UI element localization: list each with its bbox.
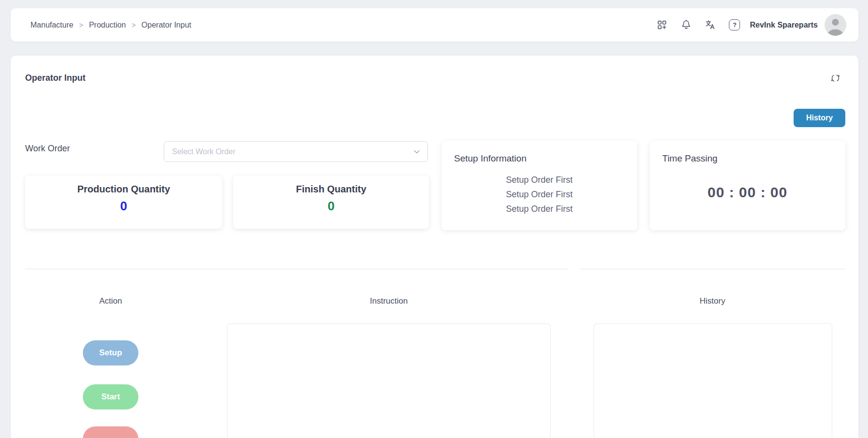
section-divider: [25, 269, 568, 269]
setup-information-card: Setup Information Setup Order First Setu…: [441, 141, 637, 230]
setup-button[interactable]: Setup: [83, 340, 139, 365]
setup-information-line: Setup Order First: [454, 187, 625, 202]
work-order-placeholder: Select Work Order: [172, 147, 414, 156]
notification-bell-icon[interactable]: [681, 19, 692, 30]
start-button[interactable]: Start: [83, 384, 139, 409]
apps-add-icon[interactable]: [656, 19, 668, 30]
breadcrumb-item-operator-input: Operator Input: [142, 21, 191, 29]
time-passing-card: Time Passing 00 : 00 : 00: [650, 141, 845, 230]
chevron-down-icon: [414, 150, 420, 154]
instruction-column-heading: Instruction: [370, 296, 408, 306]
refresh-icon[interactable]: [830, 73, 841, 84]
breadcrumb-separator-icon: >: [79, 21, 83, 29]
avatar[interactable]: [825, 14, 846, 36]
stop-button[interactable]: [83, 426, 139, 438]
breadcrumb: Manufacture > Production > Operator Inpu…: [30, 21, 191, 29]
header-actions: ? RevInk Spareparts: [643, 14, 846, 36]
setup-information-line: Setup Order First: [454, 202, 625, 216]
time-passing-value: 00 : 00 : 00: [662, 184, 833, 201]
work-order-select[interactable]: Select Work Order: [164, 141, 428, 162]
work-order-label: Work Order: [25, 144, 70, 154]
instruction-panel: [227, 323, 551, 438]
history-column-heading: History: [700, 296, 726, 306]
account-name[interactable]: RevInk Spareparts: [750, 21, 818, 29]
production-quantity-value: 0: [120, 199, 127, 214]
finish-quantity-title: Finish Quantity: [296, 184, 367, 195]
finish-quantity-card: Finish Quantity 0: [233, 175, 429, 229]
production-quantity-card: Production Quantity 0: [25, 175, 222, 229]
breadcrumb-item-manufacture[interactable]: Manufacture: [30, 21, 73, 29]
history-panel: [594, 323, 832, 438]
breadcrumb-separator-icon: >: [132, 21, 136, 29]
history-button[interactable]: History: [794, 109, 845, 127]
operator-input-card: Operator Input History Work Order Select…: [11, 56, 858, 438]
page-title: Operator Input: [25, 73, 85, 83]
setup-information-line: Setup Order First: [454, 173, 625, 187]
translate-icon[interactable]: [705, 19, 716, 30]
time-passing-title: Time Passing: [662, 153, 833, 164]
section-divider: [580, 269, 845, 269]
setup-information-lines: Setup Order First Setup Order First Setu…: [454, 173, 625, 216]
setup-information-title: Setup Information: [454, 153, 625, 164]
help-icon[interactable]: ?: [729, 19, 740, 30]
production-quantity-title: Production Quantity: [77, 184, 170, 195]
finish-quantity-value: 0: [327, 199, 334, 214]
breadcrumb-item-production[interactable]: Production: [89, 21, 126, 29]
top-header: Manufacture > Production > Operator Inpu…: [11, 8, 858, 42]
action-column-heading: Action: [99, 296, 122, 306]
